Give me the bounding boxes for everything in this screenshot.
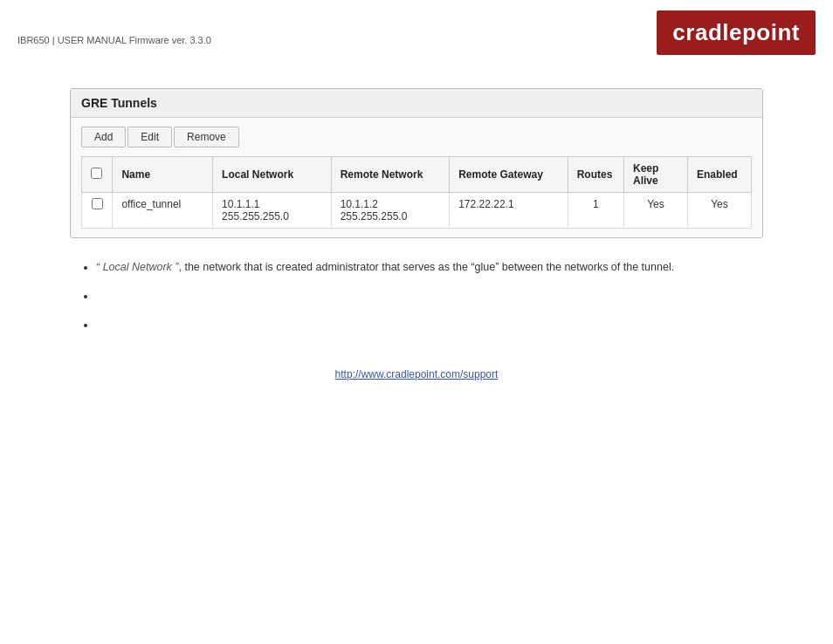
logo-box: cradlepoint [657, 10, 816, 55]
list-item-2 [96, 288, 763, 305]
row-routes: 1 [568, 193, 623, 229]
tunnels-table: Name Local Network Remote Network Remote… [81, 156, 752, 229]
row-remote-gateway: 172.22.22.1 [450, 193, 568, 229]
header-keep-alive: Keep Alive [624, 157, 688, 193]
list-item-3 [96, 317, 763, 333]
select-all-checkbox[interactable] [91, 168, 102, 179]
panel-title: GRE Tunnels [71, 89, 762, 118]
header-local-network: Local Network [213, 157, 332, 193]
header-checkbox-cell [82, 157, 113, 193]
description-list: “ Local Network ”, the network that is c… [70, 259, 763, 332]
row-checkbox-cell [82, 193, 113, 229]
header-routes: Routes [568, 157, 623, 193]
remove-button[interactable]: Remove [174, 127, 239, 147]
edit-button[interactable]: Edit [127, 127, 172, 147]
table-row: office_tunnel 10.1.1.1255.255.255.0 10.1… [82, 193, 752, 229]
page-header: IBR650 | USER MANUAL Firmware ver. 3.3.0… [0, 0, 833, 62]
row-local-network: 10.1.1.1255.255.255.0 [213, 193, 332, 229]
row-remote-network: 10.1.1.2255.255.255.0 [331, 193, 450, 229]
main-content: GRE Tunnels Add Edit Remove Name Local N… [0, 62, 833, 398]
row-keep-alive: Yes [624, 193, 688, 229]
support-link[interactable]: http://www.cradlepoint.com/support [335, 368, 499, 380]
header-enabled: Enabled [687, 157, 751, 193]
header-remote-network: Remote Network [331, 157, 450, 193]
list-item-1-text: “ Local Network ”, the network that is c… [96, 261, 674, 273]
header-name: Name [113, 157, 213, 193]
list-item-1: “ Local Network ”, the network that is c… [96, 259, 763, 276]
header-remote-gateway: Remote Gateway [450, 157, 568, 193]
highlight-local-network: “ Local Network ” [96, 261, 178, 273]
add-button[interactable]: Add [81, 127, 126, 147]
row-enabled: Yes [687, 193, 751, 229]
toolbar: Add Edit Remove [81, 127, 752, 147]
row-checkbox[interactable] [92, 198, 103, 209]
panel-body: Add Edit Remove Name Local Network Remot… [71, 118, 762, 237]
gre-tunnels-panel: GRE Tunnels Add Edit Remove Name Local N… [70, 88, 763, 238]
row-name: office_tunnel [113, 193, 213, 229]
logo-text: cradlepoint [672, 19, 800, 45]
manual-info: IBR650 | USER MANUAL Firmware ver. 3.3.0 [17, 35, 211, 45]
table-header-row: Name Local Network Remote Network Remote… [82, 157, 752, 193]
footer-link-container: http://www.cradlepoint.com/support [70, 367, 763, 380]
